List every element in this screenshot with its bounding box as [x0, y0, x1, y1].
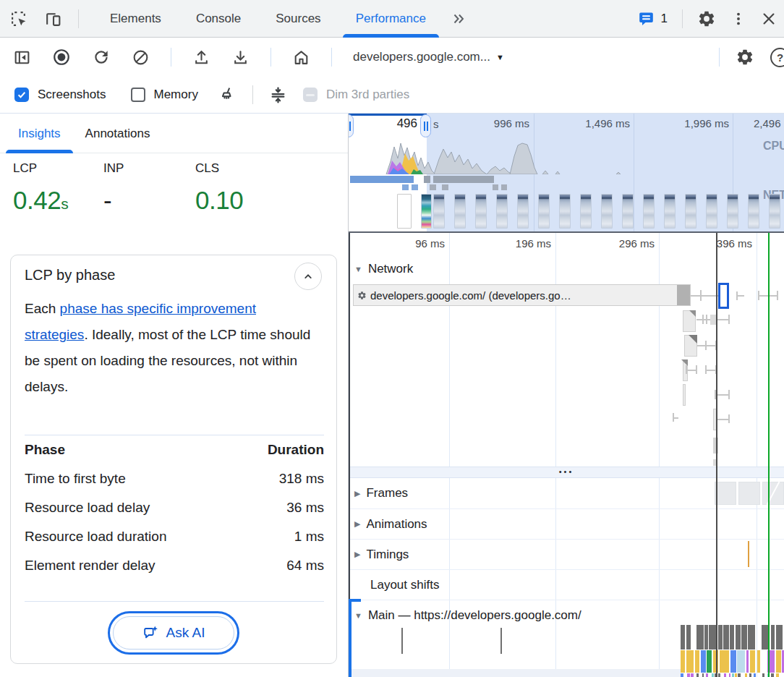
devtools-tab-bar: Elements Console Sources Performance 1 [0, 0, 784, 38]
dim-third-parties-checkbox[interactable] [303, 88, 318, 102]
frames-track-label: Frames [366, 486, 408, 501]
close-icon[interactable] [761, 11, 777, 27]
kebab-menu-icon[interactable] [730, 11, 746, 27]
history-selector[interactable]: developers.google.com... ▼ [353, 50, 504, 64]
upload-profile-icon[interactable] [192, 48, 210, 67]
timeline-overview[interactable]: 496 s 996 ms 1,496 ms 1,996 ms 2,496 ms … [349, 114, 784, 231]
disclosure-closed-icon[interactable]: ▶ [354, 489, 360, 498]
screenshots-checkbox[interactable] [14, 88, 29, 102]
card-description: Each phase has specific improvement stra… [25, 296, 320, 400]
devtools-window: Elements Console Sources Performance 1 [0, 0, 784, 677]
task-mark [500, 628, 502, 654]
ask-ai-label: Ask AI [166, 625, 205, 641]
tab-insights[interactable]: Insights [6, 114, 73, 153]
phase-row: Element render delay 64 ms [25, 558, 324, 574]
disclosure-closed-icon[interactable]: ▶ [354, 550, 360, 559]
record-icon[interactable] [52, 48, 71, 67]
clear-icon[interactable] [132, 48, 150, 67]
selected-request-box[interactable] [718, 283, 729, 309]
tab-console[interactable]: Console [179, 0, 258, 38]
selection-left-handle[interactable] [349, 114, 354, 137]
tab-annotations[interactable]: Annotations [73, 114, 163, 153]
phase-name: Time to first byte [25, 471, 126, 487]
card-divider [25, 435, 324, 435]
main-track-accent [349, 599, 361, 602]
memory-checkbox[interactable] [131, 88, 145, 102]
metric-inp-label: INP [103, 161, 124, 176]
track-left-border [349, 233, 350, 599]
inspect-element-icon[interactable] [10, 10, 28, 28]
overview-tick: 2,496 ms [754, 117, 784, 129]
main-thread-label: Main — https://developers.google.com/ [368, 608, 581, 623]
toolbar-divider [78, 9, 79, 28]
ai-chat-icon [142, 625, 159, 642]
issues-icon[interactable] [638, 10, 655, 27]
card-divider [25, 601, 324, 602]
lcp-marker-line [768, 233, 770, 677]
phase-duration: 318 ms [279, 471, 324, 487]
track-splitter[interactable]: ••• [349, 467, 784, 478]
metric-lcp-label: LCP [13, 161, 37, 176]
network-request-bar[interactable]: developers.google.com/ (developers.go… [353, 284, 691, 306]
help-icon[interactable]: ? [770, 48, 784, 67]
device-toolbar-icon[interactable] [44, 10, 62, 28]
request-label: developers.google.com/ (developers.go… [370, 289, 571, 302]
filmstrip[interactable] [349, 193, 784, 231]
card-title: LCP by phase [25, 267, 115, 284]
screenshots-label: Screenshots [38, 88, 106, 102]
memory-label: Memory [154, 88, 198, 102]
task-mark [401, 628, 403, 654]
timings-track-label: Timings [366, 548, 409, 562]
disclosure-open-icon: ▼ [354, 265, 362, 273]
home-icon[interactable] [292, 48, 310, 67]
timeline-main[interactable]: 96 ms 196 ms 296 ms 396 ms ▼ Network dev… [349, 231, 784, 677]
layout-shifts-track[interactable]: Layout shifts [349, 569, 784, 600]
network-track-header[interactable]: ▼ Network [354, 262, 413, 276]
col-phase: Phase [25, 442, 65, 458]
tab-elements[interactable]: Elements [93, 0, 179, 38]
toolbar-divider [682, 9, 683, 28]
performance-toolbar: developers.google.com... ▼ ? [0, 38, 784, 77]
selection-right-handle[interactable] [420, 114, 431, 137]
record-and-reload-icon[interactable] [92, 48, 111, 67]
phase-table-header: Phase Duration [25, 442, 324, 458]
toggle-sidebar-icon[interactable] [13, 48, 31, 67]
cpu-activity-chart [349, 137, 784, 174]
frame-thumbnail[interactable] [738, 482, 760, 505]
animations-track[interactable]: ▶ Animations [349, 508, 784, 539]
main-track-accent [349, 599, 351, 677]
timing-marker [748, 541, 749, 567]
more-tabs-icon[interactable] [443, 0, 474, 38]
timeline-cursor-line [716, 233, 717, 677]
frame-thumbnail[interactable] [715, 482, 736, 505]
capture-settings-gear-icon[interactable] [736, 48, 754, 67]
phase-duration: 64 ms [286, 558, 324, 574]
phase-name: Resource load duration [25, 529, 166, 545]
issues-count: 1 [661, 12, 668, 26]
metric-inp-value: - [103, 186, 111, 215]
flame-row-shade [350, 669, 681, 677]
metric-lcp-unit: s [61, 195, 68, 212]
overview-tick: 1,996 ms [657, 117, 729, 129]
ask-ai-button[interactable]: Ask AI [113, 616, 234, 650]
disclosure-open-icon[interactable]: ▼ [354, 611, 362, 620]
ruler-tick: 296 ms [582, 237, 655, 250]
metric-cls-value: 0.10 [195, 186, 243, 215]
frame-thumbnail[interactable] [762, 482, 784, 505]
dim-third-parties-label: Dim 3rd parties [326, 88, 409, 102]
disclosure-closed-icon[interactable]: ▶ [354, 519, 360, 529]
overview-tick: 996 ms [457, 117, 529, 129]
insights-sidebar: Insights Annotations LCP 0.42s INP - CLS… [0, 114, 349, 677]
tab-performance[interactable]: Performance [338, 0, 443, 38]
tab-sources[interactable]: Sources [258, 0, 338, 38]
card-collapse-button[interactable] [294, 263, 322, 290]
network-overview [349, 176, 784, 193]
collapse-tracks-icon[interactable] [269, 86, 287, 104]
download-profile-icon[interactable] [231, 48, 250, 67]
settings-gear-icon[interactable] [697, 9, 716, 28]
metric-lcp-value: 0.42 [13, 186, 61, 214]
garbage-collect-icon[interactable] [218, 86, 237, 104]
overview-tick: 1,496 ms [558, 117, 630, 129]
timings-track[interactable]: ▶ Timings [349, 539, 784, 569]
desc-pre: Each [25, 301, 60, 316]
